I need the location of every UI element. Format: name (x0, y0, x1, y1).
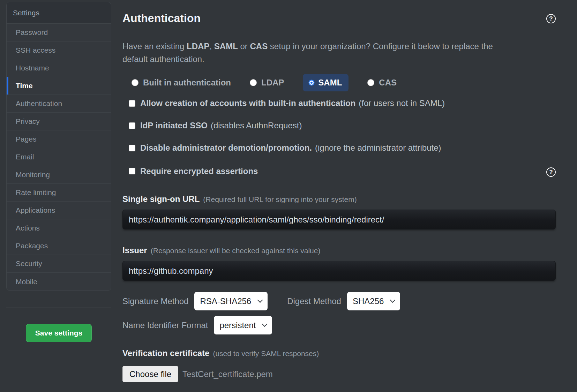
authentication-settings-main: Authentication ? Have an existing LDAP, … (122, 0, 556, 382)
checkbox-icon[interactable] (129, 168, 135, 174)
sidebar-item-password[interactable]: Password (7, 24, 111, 42)
sidebar-item-packages[interactable]: Packages (7, 237, 111, 255)
intro-part: or (238, 42, 250, 51)
radio-label: LDAP (261, 78, 284, 88)
intro-part: Have an existing (122, 42, 187, 51)
field-label-main: Verification certificate (122, 348, 209, 358)
checkbox-label-main: Require encrypted assertions (140, 166, 258, 176)
radio-selected-icon[interactable] (309, 81, 314, 85)
issuer-field: Issuer(Response issuer will be checked a… (122, 246, 556, 281)
radio-built-in-authentication[interactable]: Built in authentication (132, 78, 231, 88)
sso-url-input[interactable] (122, 210, 556, 229)
intro-text: Have an existing LDAP, SAML or CAS setup… (122, 40, 508, 66)
help-icon[interactable]: ? (546, 14, 556, 23)
checkbox-idp-initiated-sso[interactable]: IdP initiated SSO(disables AuthnRequest) (129, 121, 556, 130)
title-divider (122, 32, 556, 32)
sidebar-item-hostname[interactable]: Hostname (7, 59, 111, 77)
selected-file-name: TestCert_certificate.pem (182, 369, 273, 379)
signature-method-label: Signature Method (122, 296, 188, 306)
management-console-page: Settings Password SSH access Hostname Ti… (0, 0, 577, 392)
checkbox-label-note: (disables AuthnRequest) (211, 121, 302, 130)
name-identifier-format-label: Name Identifier Format (122, 321, 208, 330)
intro-saml: SAML (214, 42, 238, 51)
settings-sidebar: Settings Password SSH access Hostname Ti… (6, 2, 111, 342)
checkbox-label-main: Disable administrator demotion/promotion… (140, 143, 312, 152)
checkbox-label-main: Allow creation of accounts with built-in… (140, 98, 355, 108)
checkbox-label-note: (ignore the administrator attribute) (315, 143, 441, 152)
checkbox-disable-admin-demotion[interactable]: Disable administrator demotion/promotion… (129, 143, 556, 153)
radio-label: Built in authentication (143, 78, 231, 88)
name-identifier-row: Name Identifier Format persistent (122, 316, 556, 334)
field-label-note: (Response issuer will be checked against… (151, 247, 321, 255)
checkbox-icon[interactable] (129, 122, 135, 129)
field-label-note: (Required full URL for signing into your… (203, 195, 357, 203)
radio-unselected-icon[interactable] (367, 79, 374, 86)
radio-unselected-icon[interactable] (132, 79, 138, 86)
save-settings-button[interactable]: Save settings (26, 324, 92, 342)
radio-label: SAML (318, 78, 342, 88)
checkbox-label: IdP initiated SSO(disables AuthnRequest) (140, 121, 302, 130)
certificate-file-row: Choose file TestCert_certificate.pem (122, 366, 556, 382)
sidebar-item-actions[interactable]: Actions (7, 219, 111, 237)
radio-unselected-icon[interactable] (250, 79, 257, 86)
chevron-down-icon (257, 297, 263, 303)
auth-method-radio-group: Built in authentication LDAP SAML CAS (132, 74, 556, 91)
radio-label: CAS (379, 78, 397, 88)
sidebar-item-applications[interactable]: Applications (7, 202, 111, 219)
help-icon-glyph: ? (549, 15, 553, 22)
checkbox-row-with-help: Require encrypted assertions ? (129, 165, 556, 177)
selected-value: RSA-SHA256 (200, 296, 251, 306)
checkbox-label: Disable administrator demotion/promotion… (140, 143, 441, 153)
selected-value: SHA256 (353, 296, 384, 306)
sidebar-item-security[interactable]: Security (7, 255, 111, 273)
checkbox-icon[interactable] (129, 100, 135, 107)
issuer-label: Issuer(Response issuer will be checked a… (122, 246, 556, 255)
sidebar-item-authentication[interactable]: Authentication (7, 95, 111, 113)
digest-method-label: Digest Method (287, 296, 341, 306)
help-icon-glyph: ? (549, 169, 553, 176)
intro-part: , (209, 42, 214, 51)
field-label-main: Issuer (122, 246, 147, 255)
verification-certificate-label: Verification certificate(used to verify … (122, 348, 556, 358)
sidebar-nav: Password SSH access Hostname Time Authen… (7, 24, 111, 291)
sidebar-item-mobile[interactable]: Mobile (7, 273, 111, 291)
sidebar-item-pages[interactable]: Pages (7, 130, 111, 148)
digest-method-select[interactable]: SHA256 (347, 292, 400, 310)
chevron-down-icon (262, 322, 268, 327)
sidebar-item-monitoring[interactable]: Monitoring (7, 166, 111, 184)
radio-ldap[interactable]: LDAP (250, 78, 284, 88)
verification-certificate-field: Verification certificate(used to verify … (122, 348, 556, 382)
checkbox-label: Allow creation of accounts with built-in… (140, 98, 445, 108)
field-label-main: Single sign-on URL (122, 194, 200, 204)
radio-cas[interactable]: CAS (367, 78, 397, 88)
field-label-note: (used to verify SAML responses) (213, 349, 319, 357)
name-identifier-format-select[interactable]: persistent (214, 316, 272, 334)
issuer-input[interactable] (122, 261, 556, 281)
sidebar-title: Settings (7, 2, 111, 24)
help-icon[interactable]: ? (546, 167, 556, 177)
intro-ldap: LDAP (187, 42, 209, 51)
signature-method-select[interactable]: RSA-SHA256 (194, 292, 268, 310)
signature-digest-row: Signature Method RSA-SHA256 Digest Metho… (122, 292, 556, 310)
intro-cas: CAS (250, 42, 268, 51)
checkbox-icon[interactable] (129, 145, 135, 151)
selected-value: persistent (219, 321, 256, 330)
choose-file-button[interactable]: Choose file (122, 366, 178, 382)
chevron-down-icon (390, 297, 396, 303)
checkbox-allow-builtin-accounts[interactable]: Allow creation of accounts with built-in… (129, 98, 556, 108)
saml-option-checkboxes: Allow creation of accounts with built-in… (129, 98, 556, 177)
sidebar-item-email[interactable]: Email (7, 148, 111, 166)
radio-saml[interactable]: SAML (303, 74, 349, 91)
title-row: Authentication ? (122, 12, 556, 25)
sidebar-item-time[interactable]: Time (7, 77, 111, 95)
checkbox-label-main: IdP initiated SSO (140, 121, 208, 130)
settings-nav-panel: Settings Password SSH access Hostname Ti… (6, 2, 111, 291)
sso-url-label: Single sign-on URL(Required full URL for… (122, 194, 556, 204)
checkbox-label-note: (for users not in SAML) (359, 98, 445, 108)
sidebar-item-ssh-access[interactable]: SSH access (7, 42, 111, 59)
page-title: Authentication (122, 12, 201, 25)
sidebar-item-privacy[interactable]: Privacy (7, 113, 111, 130)
checkbox-label: Require encrypted assertions (140, 166, 261, 176)
checkbox-require-encrypted-assertions[interactable]: Require encrypted assertions (129, 166, 261, 176)
sidebar-item-rate-limiting[interactable]: Rate limiting (7, 184, 111, 202)
